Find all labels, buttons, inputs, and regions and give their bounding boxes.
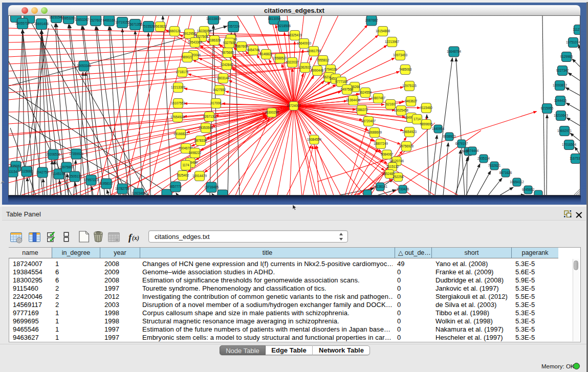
svg-text:7386372: 7386372 (356, 108, 368, 112)
svg-text:1733426: 1733426 (397, 187, 409, 191)
svg-text:21364436: 21364436 (346, 98, 361, 102)
svg-text:12213967: 12213967 (385, 40, 400, 43)
svg-text:7632621: 7632621 (488, 164, 501, 167)
svg-text:8813054: 8813054 (268, 17, 281, 20)
svg-text:33154: 33154 (9, 170, 17, 173)
svg-text:5322037: 5322037 (286, 60, 299, 64)
svg-text:8215955: 8215955 (541, 106, 554, 110)
svg-text:1174: 1174 (182, 163, 189, 167)
svg-text:1714: 1714 (413, 117, 421, 121)
svg-text:8990448: 8990448 (311, 69, 324, 72)
svg-text:12505135: 12505135 (68, 174, 82, 178)
svg-text:10807487: 10807487 (371, 96, 386, 100)
svg-text:16914479: 16914479 (192, 174, 207, 178)
svg-text:8186328: 8186328 (208, 38, 221, 42)
svg-text:8267130: 8267130 (203, 115, 216, 118)
svg-text:1244415: 1244415 (554, 99, 567, 102)
svg-text:16648784: 16648784 (447, 50, 462, 53)
svg-text:19384554: 19384554 (307, 138, 322, 141)
svg-text:62160: 62160 (386, 102, 395, 106)
svg-text:9777169: 9777169 (335, 80, 348, 83)
svg-text:10973493: 10973493 (393, 53, 408, 57)
svg-text:19756928: 19756928 (399, 144, 414, 148)
svg-text:6479197: 6479197 (455, 142, 468, 145)
svg-text:8660124: 8660124 (168, 29, 181, 33)
svg-text:17654925: 17654925 (170, 115, 185, 119)
svg-text:9327506: 9327506 (223, 41, 236, 45)
svg-text:9084067: 9084067 (381, 152, 394, 156)
svg-text:19654923: 19654923 (402, 130, 417, 134)
svg-text:7955812: 7955812 (317, 58, 330, 62)
svg-text:3624554: 3624554 (359, 91, 372, 94)
svg-text:6794028: 6794028 (324, 68, 337, 71)
svg-text:16033809: 16033809 (206, 17, 221, 20)
svg-text:3875685: 3875685 (222, 51, 234, 54)
svg-text:9242848: 9242848 (221, 63, 233, 67)
svg-text:252254: 252254 (393, 175, 404, 179)
svg-text:15716485: 15716485 (204, 185, 219, 189)
svg-text:9857771: 9857771 (169, 185, 182, 188)
svg-text:13325419: 13325419 (288, 33, 302, 37)
svg-text:18210643: 18210643 (554, 114, 569, 117)
svg-text:9129966: 9129966 (560, 55, 573, 58)
svg-text:7663822: 7663822 (154, 25, 167, 28)
svg-text:19751074: 19751074 (566, 40, 580, 44)
svg-text:8938923: 8938923 (443, 135, 456, 138)
svg-text:2718176: 2718176 (176, 70, 189, 74)
svg-text:19166827: 19166827 (173, 132, 188, 136)
svg-text:8427552: 8427552 (213, 88, 226, 92)
svg-text:10975867: 10975867 (59, 165, 74, 169)
svg-text:16154808: 16154808 (376, 29, 390, 33)
svg-text:6497568: 6497568 (341, 87, 354, 91)
svg-text:7485063: 7485063 (399, 68, 412, 71)
svg-text:19218506: 19218506 (276, 24, 291, 28)
svg-text:3498222: 3498222 (189, 151, 202, 155)
svg-text:12093872: 12093872 (553, 83, 568, 87)
svg-text:1167533: 1167533 (570, 157, 580, 160)
svg-text:9115460: 9115460 (420, 106, 433, 110)
svg-text:1115682: 1115682 (20, 169, 33, 173)
svg-text:9474444: 9474444 (466, 149, 479, 152)
svg-text:9899695: 9899695 (420, 122, 433, 126)
svg-text:10688609: 10688609 (367, 130, 382, 134)
svg-text:2803144: 2803144 (217, 76, 230, 80)
svg-text:20691406: 20691406 (34, 22, 49, 26)
svg-text:15588520: 15588520 (273, 56, 288, 60)
svg-text:12213389: 12213389 (171, 85, 186, 89)
svg-text:11958107: 11958107 (99, 182, 114, 185)
svg-text:8471626: 8471626 (499, 171, 512, 174)
svg-text:9463627: 9463627 (405, 99, 418, 103)
svg-text:2867608: 2867608 (235, 45, 248, 48)
svg-text:2942757: 2942757 (36, 170, 49, 174)
svg-text:7625402: 7625402 (177, 173, 189, 177)
svg-text:17359924: 17359924 (69, 152, 84, 156)
svg-text:10654112: 10654112 (510, 180, 524, 184)
svg-text:14136141: 14136141 (373, 185, 388, 188)
svg-text:17016504: 17016504 (562, 143, 577, 146)
svg-text:1362615: 1362615 (299, 65, 312, 69)
svg-text:18807249: 18807249 (374, 142, 388, 145)
svg-text:12975115: 12975115 (402, 84, 417, 87)
svg-text:25300295: 25300295 (265, 111, 279, 114)
svg-text:8454749: 8454749 (247, 48, 260, 52)
svg-text:(x): (x) (132, 234, 139, 242)
svg-text:10543362: 10543362 (188, 40, 203, 44)
svg-text:19692971: 19692971 (557, 129, 572, 133)
svg-text:8878334: 8878334 (194, 139, 207, 142)
svg-text:1440954: 1440954 (432, 127, 445, 130)
svg-text:16961758: 16961758 (307, 49, 321, 53)
svg-text:10853267: 10853267 (75, 18, 90, 21)
svg-text:10025458: 10025458 (394, 108, 409, 112)
svg-text:14353594: 14353594 (199, 126, 213, 129)
svg-text:19055712: 19055712 (15, 21, 30, 25)
svg-text:20053346: 20053346 (77, 64, 92, 68)
svg-text:16671355: 16671355 (128, 23, 143, 26)
svg-text:11923468: 11923468 (132, 191, 146, 195)
svg-text:7515526: 7515526 (142, 25, 155, 28)
svg-text:9245652: 9245652 (522, 188, 535, 191)
svg-text:6466160: 6466160 (103, 18, 116, 22)
svg-text:8912954: 8912954 (183, 32, 196, 35)
svg-text:7357224: 7357224 (227, 25, 240, 28)
svg-text:20206536: 20206536 (46, 152, 61, 156)
svg-text:10853267: 10853267 (61, 16, 76, 20)
